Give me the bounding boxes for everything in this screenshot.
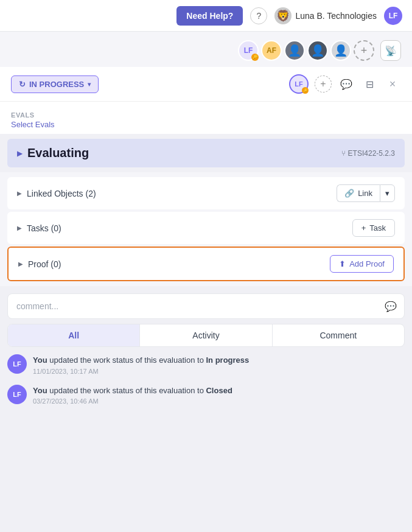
status-label: IN PROGRESS xyxy=(29,80,84,89)
activity-content-1: You updated the work status of this eval… xyxy=(33,354,405,375)
evaluating-code: ⑂ ETSI422-5.2.3 xyxy=(341,149,395,158)
activity-time-2: 03/27/2023, 10:46 AM xyxy=(33,397,405,405)
link-icon: 🔗 xyxy=(344,189,354,198)
avatar-face2[interactable]: 👤 xyxy=(307,40,328,61)
evaluating-title: Evaluating xyxy=(27,146,89,160)
evaluating-left: ▶ Evaluating xyxy=(17,146,89,160)
avatars-row: LF 🔑 AF 👤 👤 👤 + 📡 xyxy=(0,32,412,67)
company-name: Luna B. Technologies xyxy=(295,11,377,21)
activity-content-2: You updated the work status of this eval… xyxy=(33,385,405,405)
code-branch-icon: ⑂ xyxy=(341,149,346,158)
need-help-button[interactable]: Need Help? xyxy=(176,6,243,26)
comment-placeholder: comment... xyxy=(16,301,58,311)
evaluating-card: ▶ Evaluating ⑂ ETSI422-5.2.3 xyxy=(7,139,405,167)
comment-input[interactable]: comment... 💬 xyxy=(7,293,405,319)
avatar-face3[interactable]: 👤 xyxy=(330,40,351,61)
activity-feed: LF You updated the work status of this e… xyxy=(0,347,412,422)
avatar-lf[interactable]: LF 🔑 xyxy=(238,40,259,61)
help-icon-circle[interactable]: ? xyxy=(250,7,267,24)
rss-icon[interactable]: 📡 xyxy=(380,40,401,61)
evaluating-chevron-icon: ▶ xyxy=(17,149,23,158)
add-task-button[interactable]: + Task xyxy=(352,219,395,237)
activity-avatar-1: LF xyxy=(7,354,27,374)
close-icon[interactable]: × xyxy=(384,75,401,93)
toolbar-avatar-lf[interactable]: LF 🔑 xyxy=(289,74,309,94)
linked-objects-chevron-icon: ▶ xyxy=(17,190,22,197)
link-dropdown-button[interactable]: ▾ xyxy=(380,184,395,202)
section-container: ▶ Linked Objects (2) 🔗 Link ▾ ▶ Tasks (0… xyxy=(0,172,412,286)
tabs-row: All Activity Comment xyxy=(7,324,405,347)
activity-item-2: LF You updated the work status of this e… xyxy=(7,385,405,405)
toolbar-add-button[interactable]: + xyxy=(315,75,332,93)
toolbar-key-badge: 🔑 xyxy=(302,87,309,94)
evals-label: EVALS xyxy=(11,111,401,119)
link-button[interactable]: 🔗 Link xyxy=(337,184,380,202)
status-button[interactable]: ↻ IN PROGRESS ▾ xyxy=(11,75,99,93)
select-evals-link[interactable]: Select Evals xyxy=(11,120,401,129)
tasks-row: ▶ Tasks (0) + Task xyxy=(7,212,405,244)
comment-section: comment... 💬 xyxy=(7,293,405,319)
proof-row: ▶ Proof (0) ⬆ Add Proof xyxy=(7,247,405,281)
question-mark-icon: ? xyxy=(256,11,261,21)
activity-time-1: 11/01/2023, 10:17 AM xyxy=(33,368,405,375)
activity-item-1: LF You updated the work status of this e… xyxy=(7,354,405,375)
refresh-icon: ↻ xyxy=(19,80,26,89)
add-proof-button[interactable]: ⬆ Add Proof xyxy=(330,255,394,273)
proof-label: Proof (0) xyxy=(28,259,61,269)
activity-text-2: You updated the work status of this eval… xyxy=(33,385,405,397)
avatar-af[interactable]: AF xyxy=(261,40,282,61)
activity-avatar-2: LF xyxy=(7,385,27,404)
tab-comment[interactable]: Comment xyxy=(273,324,404,346)
add-avatar-button[interactable]: + xyxy=(354,40,374,61)
company-label: 🦁 Luna B. Technologies xyxy=(274,7,377,24)
toolbar-right: LF 🔑 + 💬 ⊟ × xyxy=(289,74,401,94)
comment-chat-icon: 💬 xyxy=(385,301,397,312)
archive-icon[interactable]: ⊟ xyxy=(361,75,378,93)
tasks-chevron-icon: ▶ xyxy=(17,225,22,231)
linked-objects-row: ▶ Linked Objects (2) 🔗 Link ▾ xyxy=(7,177,405,209)
upload-icon: ⬆ xyxy=(339,259,346,268)
tab-all[interactable]: All xyxy=(8,324,140,346)
evals-section: EVALS Select Evals xyxy=(0,102,412,134)
key-badge-lf: 🔑 xyxy=(251,54,259,61)
chevron-down-icon: ▾ xyxy=(385,189,389,198)
chevron-down-icon: ▾ xyxy=(88,81,91,88)
top-header: Need Help? ? 🦁 Luna B. Technologies LF xyxy=(0,0,412,32)
linked-objects-label: Linked Objects (2) xyxy=(27,189,96,198)
evaluating-code-text: ETSI422-5.2.3 xyxy=(348,149,395,158)
tasks-label: Tasks (0) xyxy=(27,223,61,233)
avatar-face1[interactable]: 👤 xyxy=(284,40,305,61)
activity-text-1: You updated the work status of this eval… xyxy=(33,354,405,366)
tab-activity[interactable]: Activity xyxy=(140,324,272,346)
chat-icon[interactable]: 💬 xyxy=(338,75,355,93)
proof-chevron-icon: ▶ xyxy=(18,261,23,267)
toolbar: ↻ IN PROGRESS ▾ LF 🔑 + 💬 ⊟ × xyxy=(0,67,412,102)
company-avatar: 🦁 xyxy=(274,7,292,24)
user-avatar-header[interactable]: LF xyxy=(384,7,402,25)
plus-icon: + xyxy=(361,223,366,233)
